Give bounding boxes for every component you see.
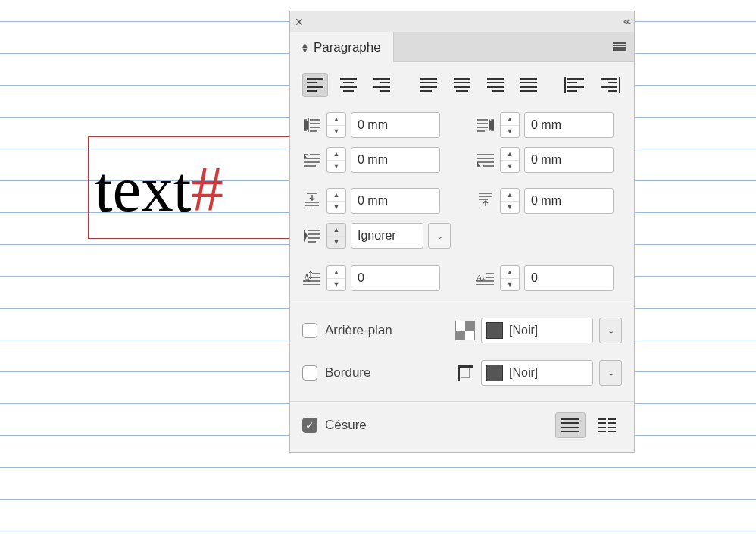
close-icon[interactable]: ✕ <box>295 16 304 28</box>
span-columns-field: ▲▼ Ignorer ⌄ <box>302 223 622 249</box>
space-before-input[interactable] <box>351 188 440 214</box>
dropcap-chars-icon: A+ <box>476 270 495 287</box>
end-of-story-marker: # <box>191 157 223 221</box>
first-line-indent-icon <box>302 152 322 168</box>
shading-color-select[interactable]: [Noir] <box>481 318 593 343</box>
border-checkbox[interactable] <box>302 365 317 381</box>
dropcap-lines-icon: A <box>302 270 322 287</box>
border-color-dropdown[interactable]: ⌄ <box>599 360 622 386</box>
shading-color-label: [Noir] <box>509 324 538 337</box>
single-column-view-button[interactable] <box>555 412 586 438</box>
align-center-button[interactable] <box>336 73 361 97</box>
paragraph-panel: ✕ << ▲▼ Paragraphe <box>289 11 635 453</box>
paragraph-border-row: Bordure [Noir] ⌄ <box>302 356 622 390</box>
tab-label: Paragraphe <box>314 40 381 55</box>
stepper[interactable]: ▲▼ <box>326 147 346 173</box>
multi-column-view-button[interactable] <box>592 412 622 438</box>
shading-swatch-icon[interactable] <box>455 321 475 340</box>
stepper[interactable]: ▲▼ <box>500 188 520 214</box>
tab-paragraphe[interactable]: ▲▼ Paragraphe <box>290 32 394 62</box>
border-edges-icon[interactable] <box>455 363 475 383</box>
stepper[interactable]: ▲▼ <box>500 112 520 138</box>
hyphenate-checkbox[interactable]: ✓ <box>302 418 317 433</box>
dropcap-lines-input[interactable] <box>351 265 440 291</box>
last-line-indent-field: ▲▼ <box>476 147 622 173</box>
hyphenation-row: ✓ Césure <box>302 412 622 438</box>
last-line-indent-input[interactable] <box>524 147 614 173</box>
paragraph-shading-row: Arrière-plan [Noir] ⌄ <box>302 313 622 348</box>
right-indent-icon <box>476 117 495 133</box>
left-indent-icon <box>302 117 322 133</box>
border-label: Bordure <box>325 365 370 381</box>
story-text: text <box>95 157 191 221</box>
space-after-icon <box>476 193 495 209</box>
color-swatch <box>486 365 503 381</box>
dropcap-lines-field: A ▲▼ <box>302 265 448 291</box>
panel-titlebar[interactable]: ✕ << <box>289 11 635 32</box>
stepper[interactable]: ▲▼ <box>500 147 520 173</box>
panel-tabbar: ▲▼ Paragraphe <box>289 32 635 62</box>
color-swatch <box>486 322 503 339</box>
expand-icon: ▲▼ <box>301 42 309 52</box>
span-columns-value: Ignorer <box>358 229 396 243</box>
left-indent-field: ▲▼ <box>302 112 448 138</box>
stepper[interactable]: ▲▼ <box>326 223 346 249</box>
align-right-button[interactable] <box>369 73 395 97</box>
border-color-select[interactable]: [Noir] <box>481 360 593 386</box>
space-after-input[interactable] <box>524 188 614 214</box>
space-after-field: ▲▼ <box>476 188 622 214</box>
stepper[interactable]: ▲▼ <box>500 265 520 291</box>
span-columns-icon <box>302 227 322 244</box>
justify-center-button[interactable] <box>449 73 475 97</box>
first-line-indent-input[interactable] <box>351 147 440 173</box>
span-columns-select[interactable]: Ignorer <box>351 223 423 249</box>
hyphenate-label: Césure <box>325 418 367 433</box>
align-away-spine-button[interactable] <box>596 73 622 97</box>
panel-body: ▲▼ ▲▼ ▲▼ ▲▼ ▲▼ <box>289 62 635 453</box>
dropcap-chars-input[interactable] <box>524 265 614 291</box>
panel-menu-icon[interactable] <box>613 42 626 52</box>
shading-checkbox[interactable] <box>302 323 317 338</box>
align-left-button[interactable] <box>302 73 328 97</box>
space-before-icon <box>302 193 322 209</box>
space-before-field: ▲▼ <box>302 188 448 214</box>
shading-label: Arrière-plan <box>325 323 392 338</box>
stepper[interactable]: ▲▼ <box>326 112 346 138</box>
left-indent-input[interactable] <box>351 112 440 138</box>
dropcap-chars-field: A+ ▲▼ <box>476 265 622 291</box>
justify-all-button[interactable] <box>516 73 542 97</box>
text-frame[interactable]: text# <box>88 136 289 239</box>
collapse-icon[interactable]: << <box>623 17 629 27</box>
span-columns-dropdown[interactable]: ⌄ <box>428 223 451 249</box>
align-towards-spine-button[interactable] <box>563 73 589 97</box>
first-line-indent-field: ▲▼ <box>302 147 448 173</box>
last-line-indent-icon <box>476 152 495 168</box>
justify-left-button[interactable] <box>416 73 442 97</box>
alignment-row <box>302 73 622 108</box>
justify-right-button[interactable] <box>483 73 508 97</box>
border-color-label: [Noir] <box>509 366 538 380</box>
shading-color-dropdown[interactable]: ⌄ <box>599 318 622 343</box>
right-indent-input[interactable] <box>524 112 614 138</box>
right-indent-field: ▲▼ <box>476 112 622 138</box>
stepper[interactable]: ▲▼ <box>326 188 346 214</box>
stepper[interactable]: ▲▼ <box>326 265 346 291</box>
